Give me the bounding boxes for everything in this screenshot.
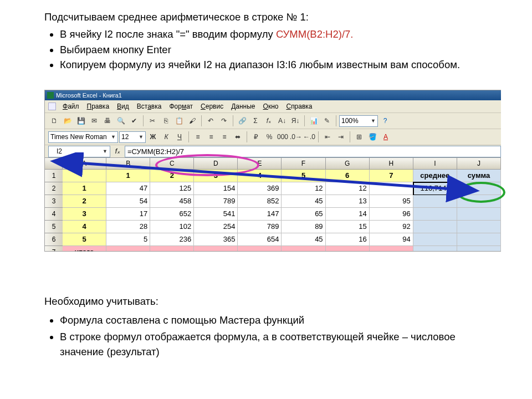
cell-4-F[interactable]: 65 (282, 208, 325, 221)
cell-4-J[interactable] (457, 208, 501, 221)
indent-inc-icon[interactable]: ⇥ (335, 131, 347, 143)
inc-decimal-icon[interactable]: .0→ (290, 131, 302, 143)
cell-3-H[interactable]: 95 (370, 195, 413, 208)
cell-3-B[interactable]: 54 (106, 195, 150, 208)
cell-2-G[interactable]: 12 (326, 182, 370, 195)
percent-icon[interactable]: % (263, 131, 275, 143)
align-right-icon[interactable]: ≡ (218, 131, 231, 143)
cell-6-I[interactable] (413, 233, 457, 246)
cell-5-A[interactable]: 4 (63, 221, 106, 233)
col-header-C[interactable]: C (150, 158, 194, 170)
cell-1-G[interactable]: 6 (326, 170, 370, 182)
cell-4-E[interactable]: 147 (238, 208, 282, 221)
cell-1-H[interactable]: 7 (370, 170, 413, 182)
cell-1-E[interactable]: 4 (238, 170, 282, 182)
row-header-5[interactable]: 5 (45, 221, 63, 233)
menu-view[interactable]: Вид (114, 101, 132, 111)
cell-3-J[interactable] (457, 195, 501, 208)
redo-icon[interactable]: ↷ (218, 115, 230, 127)
align-center-icon[interactable]: ≡ (205, 131, 217, 143)
name-box[interactable]: I2▼ (48, 146, 110, 157)
col-header-H[interactable]: H (370, 158, 413, 170)
cell-1-F[interactable]: 5 (282, 170, 325, 182)
paste-icon[interactable]: 📋 (173, 115, 185, 127)
cell-7-I[interactable] (413, 246, 457, 252)
row-header-4[interactable]: 4 (45, 208, 63, 221)
cell-2-F[interactable]: 12 (282, 182, 325, 195)
cell-4-D[interactable]: 541 (194, 208, 238, 221)
row-header-3[interactable]: 3 (45, 195, 63, 208)
cell-6-C[interactable]: 236 (150, 233, 194, 246)
link-icon[interactable]: 🔗 (236, 115, 248, 127)
cell-3-G[interactable]: 13 (326, 195, 370, 208)
cell-6-E[interactable]: 654 (238, 233, 282, 246)
cell-1-I[interactable]: среднее (413, 170, 457, 182)
help-icon[interactable]: ? (379, 115, 391, 127)
cell-1-D[interactable]: 3 (194, 170, 238, 182)
print-icon[interactable]: 🖶 (101, 115, 114, 127)
col-header-D[interactable]: D (194, 158, 238, 170)
col-header-E[interactable]: E (238, 158, 282, 170)
cell-3-D[interactable]: 789 (194, 195, 238, 208)
cell-3-E[interactable]: 852 (238, 195, 282, 208)
align-left-icon[interactable]: ≡ (192, 131, 204, 143)
cell-7-J[interactable] (457, 246, 501, 252)
cell-1-A[interactable] (63, 170, 106, 182)
formula-input[interactable]: =СУММ(B2:H2)/7 (125, 146, 501, 157)
fx-icon[interactable]: fₓ (263, 115, 275, 127)
fx-label[interactable]: fₓ (112, 147, 122, 155)
indent-dec-icon[interactable]: ⇤ (321, 131, 334, 143)
cell-3-I[interactable] (413, 195, 457, 208)
new-icon[interactable]: 🗋 (48, 115, 60, 127)
cell-4-G[interactable]: 14 (326, 208, 370, 221)
menu-help[interactable]: Справка (283, 101, 315, 111)
cell-6-J[interactable] (457, 233, 501, 246)
cell-1-J[interactable]: сумма (457, 170, 501, 182)
cell-5-F[interactable]: 89 (282, 221, 325, 233)
cell-6-F[interactable]: 45 (282, 233, 325, 246)
cell-7-E[interactable] (238, 246, 282, 252)
select-all-corner[interactable] (45, 158, 63, 170)
mail-icon[interactable]: ✉ (88, 115, 100, 127)
col-header-I[interactable]: I (413, 158, 457, 170)
chart-icon[interactable]: 📊 (308, 115, 320, 127)
bold-icon[interactable]: Ж (147, 131, 159, 143)
cell-2-J[interactable] (457, 182, 501, 195)
italic-icon[interactable]: К (160, 131, 172, 143)
copy-icon[interactable]: ⎘ (160, 115, 172, 127)
col-header-F[interactable]: F (282, 158, 325, 170)
drawing-icon[interactable]: ✎ (321, 115, 333, 127)
comma-icon[interactable]: 000 (277, 131, 289, 143)
cell-7-D[interactable] (194, 246, 238, 252)
save-icon[interactable]: 💾 (75, 115, 87, 127)
size-combo[interactable]: 12▼ (119, 131, 146, 143)
zoom-combo[interactable]: 100%▼ (339, 115, 378, 127)
cell-5-C[interactable]: 102 (150, 221, 194, 233)
cell-2-C[interactable]: 125 (150, 182, 194, 195)
currency-icon[interactable]: ₽ (250, 131, 262, 143)
row-header-7[interactable]: 7 (45, 246, 63, 252)
undo-icon[interactable]: ↶ (204, 115, 217, 127)
cell-5-D[interactable]: 254 (194, 221, 238, 233)
spreadsheet-grid[interactable]: ABCDEFGHIJ11234567среднеесумма2147125154… (45, 158, 501, 252)
cell-2-A[interactable]: 1 (63, 182, 106, 195)
preview-icon[interactable]: 🔍 (115, 115, 127, 127)
cell-5-B[interactable]: 28 (106, 221, 150, 233)
row-header-1[interactable]: 1 (45, 170, 63, 182)
fill-icon[interactable]: 🪣 (366, 131, 378, 143)
cell-7-F[interactable] (282, 246, 325, 252)
menu-file[interactable]: Файл (59, 101, 83, 111)
cell-5-H[interactable]: 92 (370, 221, 413, 233)
row-header-2[interactable]: 2 (45, 182, 63, 195)
cell-6-G[interactable]: 16 (326, 233, 370, 246)
col-header-G[interactable]: G (326, 158, 370, 170)
cell-1-B[interactable]: 1 (106, 170, 150, 182)
row-header-6[interactable]: 6 (45, 233, 63, 246)
borders-icon[interactable]: ⊞ (353, 131, 365, 143)
cell-7-B[interactable] (106, 246, 150, 252)
cell-2-I[interactable]: 116,71429 (413, 182, 457, 195)
col-header-B[interactable]: B (106, 158, 150, 170)
sort-asc-icon[interactable]: A↓ (276, 115, 288, 127)
cell-6-B[interactable]: 5 (106, 233, 150, 246)
font-combo[interactable]: Times New Roman▼ (48, 131, 118, 143)
